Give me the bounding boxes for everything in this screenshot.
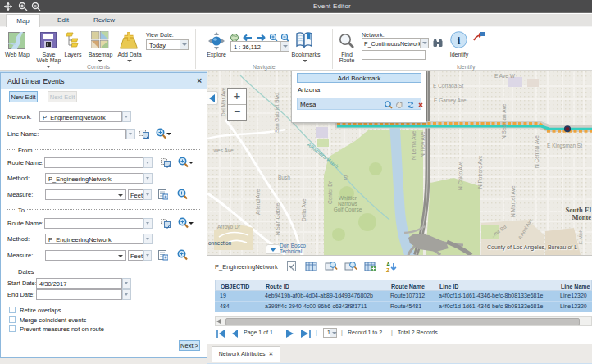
svg-text:Z: Z xyxy=(386,267,390,273)
svg-text:i: i xyxy=(458,34,461,47)
